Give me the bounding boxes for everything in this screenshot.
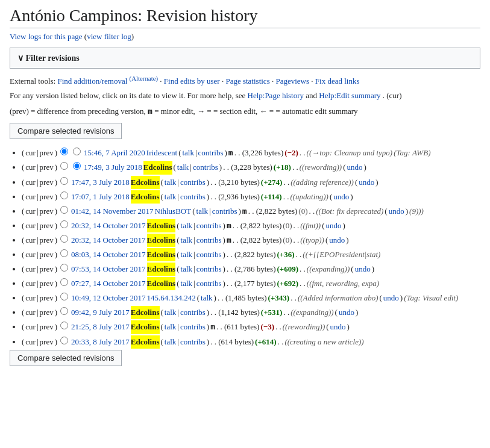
contribs-link[interactable]: contribs xyxy=(180,176,206,189)
contribs-link[interactable]: contribs xyxy=(196,263,222,276)
radio-new[interactable] xyxy=(73,148,81,155)
prev-link[interactable]: prev xyxy=(40,219,54,232)
undo-link[interactable]: undo xyxy=(333,190,349,204)
view-logs-link[interactable]: View logs for this page xyxy=(10,32,83,41)
cur-link[interactable]: cur xyxy=(25,146,36,160)
undo-link[interactable]: undo xyxy=(330,320,346,334)
revision-date[interactable]: 20:33, 8 July 2017 xyxy=(71,335,130,349)
prev-link[interactable]: prev xyxy=(40,234,54,247)
undo-link[interactable]: undo xyxy=(339,306,354,319)
radio-old[interactable] xyxy=(60,307,68,315)
contribs-link[interactable]: contribs xyxy=(180,306,206,319)
radio-old[interactable] xyxy=(60,177,68,185)
page-stats-link[interactable]: Page statistics xyxy=(225,76,269,86)
revision-date[interactable]: 20:32, 14 October 2017 xyxy=(71,219,145,232)
cur-link[interactable]: cur xyxy=(25,263,36,276)
find-addition-link[interactable]: Find addition/removal xyxy=(57,76,127,86)
prev-link[interactable]: prev xyxy=(40,306,54,319)
revision-date[interactable]: 07:53, 14 October 2017 xyxy=(71,263,145,276)
talk-link[interactable]: talk xyxy=(196,205,209,218)
contribs-link[interactable]: contribs xyxy=(196,234,222,247)
revision-date[interactable]: 20:32, 14 October 2017 xyxy=(71,234,145,247)
cur-link[interactable]: cur xyxy=(25,219,36,232)
help-page-history-link[interactable]: Help:Page history xyxy=(248,91,304,100)
contribs-link[interactable]: contribs xyxy=(212,205,237,218)
cur-link[interactable]: cur xyxy=(25,248,36,261)
radio-old[interactable] xyxy=(60,148,68,155)
fix-dead-link[interactable]: Fix dead links xyxy=(315,76,360,86)
radio-old[interactable] xyxy=(60,220,68,228)
revision-date[interactable]: 17:07, 1 July 2018 xyxy=(71,190,130,204)
talk-link[interactable]: talk xyxy=(182,146,194,160)
radio-old[interactable] xyxy=(60,249,68,257)
prev-link[interactable]: prev xyxy=(40,277,54,290)
radio-old[interactable] xyxy=(60,293,68,300)
radio-old[interactable] xyxy=(60,162,68,170)
prev-link[interactable]: prev xyxy=(40,248,54,261)
cur-link[interactable]: cur xyxy=(25,161,36,174)
talk-link[interactable]: talk xyxy=(181,248,193,261)
undo-link[interactable]: undo xyxy=(326,219,342,232)
help-edit-summary-link[interactable]: Help:Edit summary xyxy=(319,91,380,100)
undo-link[interactable]: undo xyxy=(383,291,399,305)
revision-date[interactable]: 01:42, 14 November 2017 xyxy=(71,205,153,218)
undo-link[interactable]: undo xyxy=(359,176,374,189)
talk-link[interactable]: talk xyxy=(177,161,189,174)
undo-link[interactable]: undo xyxy=(389,205,404,218)
prev-link[interactable]: prev xyxy=(40,335,54,349)
radio-old[interactable] xyxy=(60,264,68,272)
revision-date[interactable]: 10:49, 12 October 2017 xyxy=(71,291,145,305)
talk-link[interactable]: talk xyxy=(165,306,177,319)
revision-date[interactable]: 17:49, 3 July 2018 xyxy=(84,161,142,174)
talk-link[interactable]: talk xyxy=(165,335,177,349)
contribs-link[interactable]: contribs xyxy=(180,335,206,349)
undo-link[interactable]: undo xyxy=(347,161,363,174)
cur-link[interactable]: cur xyxy=(25,234,36,247)
contribs-link[interactable]: contribs xyxy=(180,320,206,334)
talk-link[interactable]: talk xyxy=(181,277,193,290)
undo-link[interactable]: undo xyxy=(355,263,371,276)
prev-link[interactable]: prev xyxy=(40,205,54,218)
radio-old[interactable] xyxy=(60,337,68,344)
talk-link[interactable]: talk xyxy=(181,263,193,276)
revision-date[interactable]: 07:27, 14 October 2017 xyxy=(71,277,145,290)
revision-date[interactable]: 15:46, 7 April 2020 xyxy=(84,146,145,160)
find-edits-link[interactable]: Find edits by user xyxy=(164,76,220,86)
username-link[interactable]: 145.64.134.242 xyxy=(147,291,196,305)
radio-old[interactable] xyxy=(60,206,68,214)
contribs-link[interactable]: contribs xyxy=(196,277,222,290)
revision-date[interactable]: 09:42, 9 July 2017 xyxy=(71,306,130,319)
revision-date[interactable]: 21:25, 8 July 2017 xyxy=(71,320,130,334)
talk-link[interactable]: talk xyxy=(165,190,177,204)
contribs-link[interactable]: contribs xyxy=(193,161,218,174)
prev-link[interactable]: prev xyxy=(40,291,54,305)
talk-link[interactable]: talk xyxy=(165,320,177,334)
prev-link[interactable]: prev xyxy=(40,320,54,334)
compare-btn-top[interactable]: Compare selected revisions xyxy=(10,123,122,139)
contribs-link[interactable]: contribs xyxy=(180,190,206,204)
radio-old[interactable] xyxy=(60,235,68,243)
view-filter-link[interactable]: view filter log xyxy=(87,32,131,41)
contribs-link[interactable]: contribs xyxy=(196,219,222,232)
cur-link[interactable]: cur xyxy=(25,291,36,305)
cur-link[interactable]: cur xyxy=(25,306,36,319)
username-link[interactable]: Iridescent xyxy=(146,146,177,160)
prev-link[interactable]: prev xyxy=(40,146,54,160)
prev-link[interactable]: prev xyxy=(40,190,54,204)
contribs-link[interactable]: contribs xyxy=(198,146,224,160)
filter-title[interactable]: ∨ Filter revisions xyxy=(17,54,80,63)
cur-link[interactable]: cur xyxy=(25,176,36,189)
username-link[interactable]: NihlusBOT xyxy=(155,205,192,218)
compare-btn-bottom[interactable]: Compare selected revisions xyxy=(10,350,122,366)
talk-link[interactable]: talk xyxy=(181,234,193,247)
talk-link[interactable]: talk xyxy=(165,176,177,189)
talk-link[interactable]: talk xyxy=(201,291,213,305)
cur-link[interactable]: cur xyxy=(25,205,36,218)
undo-link[interactable]: undo xyxy=(329,234,345,247)
cur-link[interactable]: cur xyxy=(25,190,36,204)
pageviews-link[interactable]: Pageviews xyxy=(275,76,309,86)
prev-link[interactable]: prev xyxy=(40,263,54,276)
talk-link[interactable]: talk xyxy=(181,219,193,232)
radio-old[interactable] xyxy=(60,191,68,199)
contribs-link[interactable]: contribs xyxy=(196,248,222,261)
